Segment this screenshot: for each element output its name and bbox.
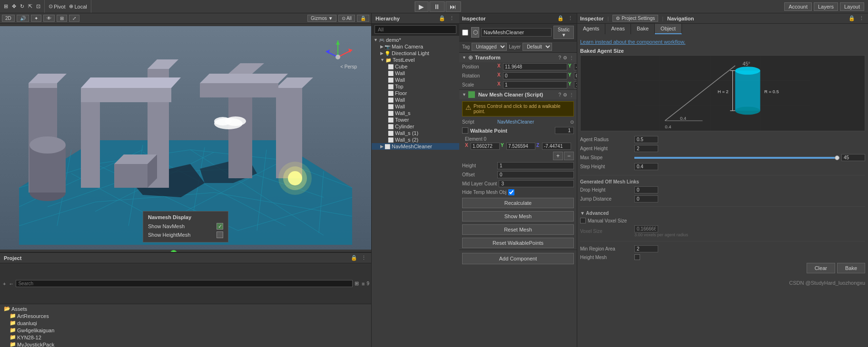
- project-item[interactable]: 📁ArtResources: [1, 312, 370, 319]
- el-z-input[interactable]: [542, 143, 571, 150]
- hierarchy-lock-btn[interactable]: 🔒: [438, 15, 446, 21]
- play-btn[interactable]: ▶: [414, 1, 428, 12]
- hidden-btn[interactable]: 👁: [43, 15, 55, 22]
- nav-lock-btn[interactable]: 🔒: [848, 15, 856, 21]
- navmesh-menu-btn[interactable]: ⋮: [569, 92, 574, 97]
- project-settings-btn[interactable]: ⚙ Project Settings: [612, 15, 658, 22]
- height-mesh-checkbox[interactable]: [634, 254, 640, 260]
- step-height-input[interactable]: [634, 163, 658, 170]
- show-mesh-btn[interactable]: Show Mesh: [462, 211, 574, 222]
- fx-btn[interactable]: ✦: [31, 15, 41, 22]
- max-slope-input[interactable]: [841, 154, 865, 161]
- hierarchy-item[interactable]: ▶📷Main Camera: [372, 43, 459, 50]
- project-item[interactable]: 📁duanluqi: [1, 319, 370, 327]
- project-item[interactable]: 📁Gw4gelikaiguan: [1, 327, 370, 334]
- pause-btn[interactable]: ⏸: [429, 1, 444, 12]
- project-lock-btn[interactable]: 🔒: [350, 255, 358, 261]
- navmesh-settings-btn[interactable]: ⚙: [563, 92, 567, 97]
- hierarchy-item[interactable]: ⬜Wall_s (2): [372, 136, 459, 143]
- recalculate-btn[interactable]: Recalculate: [462, 198, 574, 208]
- project-icon-btn[interactable]: ⊞: [354, 280, 360, 287]
- transform-tool-btn[interactable]: ⊡: [34, 2, 42, 10]
- hierarchy-item[interactable]: ⬜Wall: [372, 96, 459, 103]
- show-navmesh-row[interactable]: Show NavMesh ✓: [148, 222, 223, 231]
- step-btn[interactable]: ⏭: [445, 1, 461, 12]
- element-add-btn[interactable]: +: [553, 152, 563, 160]
- hide-temp-checkbox[interactable]: [508, 189, 514, 195]
- project-add-btn[interactable]: +: [2, 281, 7, 287]
- nav-tab-bake[interactable]: Bake: [631, 24, 655, 34]
- el-x-input[interactable]: [471, 143, 500, 150]
- rot-x-input[interactable]: [503, 72, 567, 79]
- reset-walkable-btn[interactable]: Reset WalkablePoints: [462, 238, 574, 248]
- workflow-link[interactable]: Learn instead about the component workfl…: [580, 37, 865, 47]
- pivot-btn[interactable]: ⊙ Pivot: [47, 2, 67, 10]
- agent-height-input[interactable]: [634, 145, 658, 152]
- el-y-input[interactable]: [506, 143, 535, 150]
- layers-btn[interactable]: Layers: [814, 2, 838, 11]
- min-region-input[interactable]: [634, 245, 658, 252]
- hierarchy-item[interactable]: ▼📁TestLevel: [372, 57, 459, 63]
- hierarchy-item[interactable]: ⬜Wall: [372, 103, 459, 110]
- height-input[interactable]: [497, 162, 574, 169]
- obj-name-input[interactable]: [481, 28, 552, 37]
- hierarchy-item[interactable]: ⬜Cube: [372, 63, 459, 70]
- pos-y-input[interactable]: [574, 63, 577, 70]
- scale-tool-btn[interactable]: ⇱: [26, 2, 34, 10]
- lock-scene-btn[interactable]: 🔒: [357, 15, 369, 22]
- max-slope-slider[interactable]: [634, 157, 839, 159]
- inspector-lock-btn[interactable]: 🔒: [556, 15, 565, 21]
- rot-y-input[interactable]: [574, 72, 577, 79]
- 2d-btn[interactable]: 2D: [2, 15, 15, 22]
- project-search-input[interactable]: [16, 280, 353, 287]
- all-btn[interactable]: ⊙ All: [338, 15, 355, 22]
- manual-voxel-checkbox[interactable]: [580, 218, 586, 223]
- nav-menu-btn[interactable]: ⋮: [858, 15, 865, 21]
- navmesh-info-btn[interactable]: ?: [558, 92, 561, 97]
- navmesh-cleaner-header[interactable]: ▼ Nav Mesh Cleaner (Script) ? ⚙ ⋮: [459, 90, 577, 99]
- hierarchy-item[interactable]: ▶💡Directional Light: [372, 50, 459, 57]
- show-navmesh-checkbox[interactable]: ✓: [217, 223, 223, 230]
- drop-height-input[interactable]: [634, 186, 658, 193]
- project-back-btn[interactable]: ←: [8, 281, 15, 287]
- hierarchy-item[interactable]: ⬜Wall_s: [372, 110, 459, 116]
- mid-layer-input[interactable]: [499, 180, 574, 187]
- project-menu-btn[interactable]: ⋮: [360, 255, 367, 261]
- hierarchy-item[interactable]: ⬜Wall: [372, 70, 459, 77]
- show-heightmesh-row[interactable]: Show HeightMesh: [148, 231, 223, 239]
- move-tool-btn[interactable]: ✥: [10, 2, 18, 10]
- nav-tab-agents[interactable]: Agents: [577, 24, 605, 34]
- grid-btn[interactable]: ⊞: [57, 15, 67, 22]
- add-component-btn[interactable]: Add Component: [462, 253, 574, 264]
- tag-select[interactable]: Untagged: [472, 43, 507, 51]
- project-item[interactable]: 📁KYN28-12: [1, 334, 370, 341]
- maximize-btn[interactable]: ⤢: [69, 15, 79, 22]
- walkable-checkbox[interactable]: [462, 127, 468, 134]
- layout-btn[interactable]: Layout: [840, 2, 864, 11]
- transform-info-btn[interactable]: ?: [558, 55, 561, 60]
- static-btn[interactable]: Static ▼: [553, 26, 574, 39]
- layer-select[interactable]: Default: [523, 43, 552, 51]
- hierarchy-menu-btn[interactable]: ⋮: [448, 15, 455, 21]
- hierarchy-item[interactable]: ⬜Wall_s (1): [372, 130, 459, 136]
- transform-header[interactable]: ▼ ⊕ Transform ? ⚙ ⋮: [459, 53, 577, 62]
- rotate-tool-btn[interactable]: ↻: [18, 2, 26, 10]
- transform-settings-btn[interactable]: ⚙: [563, 55, 567, 60]
- hierarchy-item[interactable]: ⬜Tower: [372, 116, 459, 123]
- clear-btn[interactable]: Clear: [807, 263, 835, 273]
- transform-menu-btn[interactable]: ⋮: [569, 55, 574, 60]
- hierarchy-search-input[interactable]: [375, 25, 456, 34]
- nav-tab-areas[interactable]: Areas: [605, 24, 631, 34]
- agent-radius-input[interactable]: [634, 136, 658, 143]
- hierarchy-item[interactable]: ⬜Top: [372, 83, 459, 90]
- project-item[interactable]: 📁MyJoystickPack: [1, 341, 370, 347]
- scale-y-input[interactable]: [574, 81, 577, 88]
- script-target-btn[interactable]: ⊙: [570, 119, 574, 125]
- voxel-size-input[interactable]: [634, 225, 658, 232]
- offset-input[interactable]: [497, 171, 574, 178]
- local-btn[interactable]: ⊕ Local: [67, 2, 89, 10]
- show-heightmesh-checkbox[interactable]: [217, 231, 223, 238]
- project-tree-btn[interactable]: ≡: [361, 281, 365, 287]
- jump-dist-input[interactable]: [634, 195, 658, 202]
- hierarchy-item[interactable]: ⬜Floor: [372, 90, 459, 96]
